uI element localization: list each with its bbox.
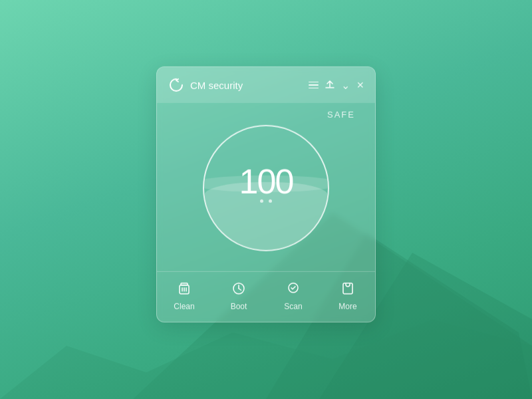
status-label: SAFE [327,110,355,120]
nav-item-boot[interactable]: Boot [211,272,266,322]
svg-line-11 [239,289,241,291]
scan-label: Scan [284,302,302,311]
upload-icon[interactable] [325,80,334,90]
dot-1 [260,200,263,203]
nav-item-more[interactable]: More [321,272,375,322]
menu-icon[interactable] [309,82,319,89]
title-bar: CM security ⌄ ✕ [157,67,375,103]
clean-icon [177,281,192,298]
more-icon [340,281,355,298]
scan-icon [286,281,301,298]
bottom-nav: Clean Boot Scan [157,271,375,322]
clean-label: Clean [174,302,194,311]
main-content: SAFE 100 [157,103,375,265]
svg-rect-12 [343,283,352,294]
app-title: CM security [190,79,309,90]
app-logo [168,76,185,94]
dot-2 [269,200,272,203]
window-controls: ⌄ ✕ [309,78,364,91]
score-circle: 100 [203,125,329,251]
nav-item-clean[interactable]: Clean [157,272,211,322]
score-value: 100 [239,164,293,199]
more-label: More [338,302,356,311]
wave-dots [260,200,272,203]
boot-label: Boot [231,302,247,311]
boot-icon [231,281,246,298]
minimize-icon[interactable]: ⌄ [341,78,350,91]
close-icon[interactable]: ✕ [356,80,364,90]
app-window: CM security ⌄ ✕ SAFE 100 [156,66,376,323]
nav-item-scan[interactable]: Scan [266,272,321,322]
